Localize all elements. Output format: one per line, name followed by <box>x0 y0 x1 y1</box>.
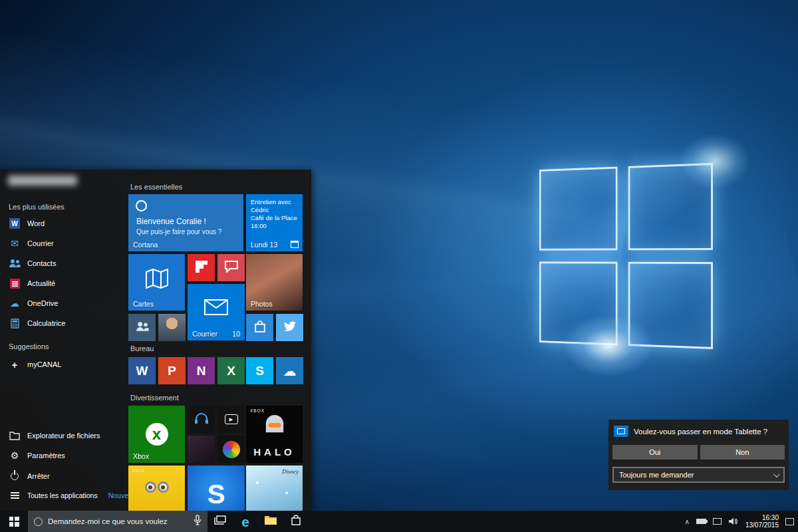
microphone-icon[interactable] <box>194 515 201 528</box>
start-item-settings[interactable]: ⚙ Paramètres <box>0 446 126 466</box>
battery-icon[interactable] <box>696 519 706 524</box>
power-icon <box>9 470 21 482</box>
speech-bubble-icon <box>225 261 238 275</box>
start-list-label: Actualité <box>27 279 55 287</box>
halo-helmet-icon <box>261 414 288 438</box>
tile-cortana[interactable]: Bienvenue Coralie ! Que puis-je faire po… <box>128 194 243 251</box>
map-icon <box>146 269 168 291</box>
tile-groove-music[interactable] <box>188 406 215 433</box>
start-button[interactable] <box>0 511 28 532</box>
tile-contact-photo[interactable] <box>158 314 186 341</box>
windows-hero-logo <box>539 163 713 349</box>
minion-goggles-icon <box>145 481 169 493</box>
tile-excel[interactable]: X <box>217 357 245 384</box>
start-list-item-onedrive[interactable]: ☁ OneDrive <box>0 293 126 313</box>
start-list-item-contacts[interactable]: Contacts <box>0 253 126 273</box>
yes-button[interactable]: Oui <box>612 445 698 460</box>
tile-flipboard[interactable] <box>188 254 215 281</box>
tile-onedrive[interactable]: ☁ <box>276 357 303 384</box>
tile-films-tv[interactable]: ▶ <box>217 406 245 433</box>
tile-skype[interactable]: S <box>246 357 273 384</box>
group-header-entertainment: Divertissement <box>130 394 179 402</box>
calendar-event: Entretien avec Cédric Café de la Place 1… <box>251 198 299 230</box>
tile-mail[interactable]: Courrier 10 <box>188 284 245 340</box>
mail-unread-badge: 10 <box>232 330 240 338</box>
tile-word[interactable]: W <box>128 357 156 384</box>
network-icon[interactable] <box>713 518 722 525</box>
word-icon: W <box>9 217 21 229</box>
start-list-label: Word <box>27 219 45 227</box>
play-glyph: ▶ <box>229 417 233 422</box>
xbox-brand-label: XBOX <box>250 408 265 413</box>
search-placeholder: Demandez-moi ce que vous voulez <box>48 517 188 525</box>
chevron-down-icon <box>773 471 780 477</box>
notification-frequency-dropdown[interactable]: Toujours me demander <box>612 467 785 483</box>
tile-twitter[interactable] <box>276 314 303 341</box>
people-icon <box>136 321 149 334</box>
tile-photos[interactable]: Photos <box>246 254 303 311</box>
start-list-item-calculator[interactable]: Calculatrice <box>0 313 126 333</box>
start-item-label: Explorateur de fichiers <box>27 432 100 440</box>
task-view-button[interactable] <box>207 511 233 532</box>
file-explorer-button[interactable] <box>258 511 283 532</box>
tile-xbox[interactable]: x Xbox <box>128 406 185 463</box>
tile-messaging[interactable] <box>217 254 245 281</box>
tile-video-art[interactable] <box>188 436 215 463</box>
volume-icon[interactable] <box>728 517 739 525</box>
mail-icon: ✉ <box>9 237 21 249</box>
cortana-greeting: Bienvenue Coralie ! <box>136 217 206 226</box>
tile-store[interactable] <box>246 314 273 341</box>
taskbar: Demandez-moi ce que vous voulez e ∧ 16:3… <box>0 511 798 532</box>
start-list-item-mycanal[interactable]: + myCANAL <box>0 354 126 374</box>
word-icon: W <box>136 364 148 378</box>
start-list-item-news[interactable]: Actualité <box>0 273 126 293</box>
start-list-label: OneDrive <box>27 299 58 307</box>
hidden-icons-chevron[interactable]: ∧ <box>685 518 690 525</box>
tile-calendar[interactable]: Entretien avec Cédric Café de la Place 1… <box>246 194 303 251</box>
start-list-label: myCANAL <box>27 360 61 368</box>
play-icon: ▶ <box>225 414 238 424</box>
calendar-line: 16:00 <box>251 222 299 230</box>
tile-color-wheel[interactable] <box>217 436 245 463</box>
tile-shazam[interactable]: S <box>188 466 245 511</box>
tile-label: Cartes <box>133 300 154 308</box>
notification-message: Voulez-vous passer en mode Tablette ? <box>634 428 767 436</box>
headphones-icon <box>195 412 208 427</box>
cortana-icon <box>34 517 43 526</box>
tile-contacts[interactable] <box>128 314 156 341</box>
envelope-icon <box>204 299 228 318</box>
start-list-item-mail[interactable]: ✉ Courrier <box>0 233 126 253</box>
flipboard-flag-icon <box>196 261 207 275</box>
tile-maps[interactable]: Cartes <box>128 254 185 311</box>
start-item-label: Toutes les applications <box>27 491 98 499</box>
tablet-mode-icon <box>614 426 628 437</box>
tile-label: Lundi 13 <box>251 241 277 249</box>
store-button[interactable] <box>283 511 309 532</box>
calendar-line: Café de la Place <box>251 214 299 222</box>
clock-date: 13/07/2015 <box>745 521 779 529</box>
tile-label: Xbox <box>133 452 149 460</box>
tile-label: Cortana <box>133 241 158 249</box>
start-item-all-apps[interactable]: Toutes les applications Nouveau <box>0 485 126 505</box>
all-apps-icon <box>9 489 21 501</box>
skype-icon: S <box>255 364 264 378</box>
tile-halo[interactable]: XBOX HALO <box>246 406 303 463</box>
plus-icon: + <box>9 358 21 370</box>
no-button[interactable]: Non <box>700 445 785 460</box>
start-item-power[interactable]: Arrêter <box>0 466 126 486</box>
start-item-file-explorer[interactable]: Explorateur de fichiers <box>0 426 126 446</box>
user-name-blurred[interactable] <box>8 176 77 186</box>
clock[interactable]: 16:30 13/07/2015 <box>745 514 779 529</box>
start-list-item-word[interactable]: W Word <box>0 213 126 233</box>
gear-icon: ⚙ <box>9 450 21 462</box>
tile-onenote[interactable]: N <box>188 357 215 384</box>
tile-frozen[interactable]: Disney <box>246 466 303 511</box>
tile-powerpoint[interactable]: P <box>158 357 186 384</box>
edge-button[interactable]: e <box>233 511 258 532</box>
taskbar-search[interactable]: Demandez-moi ce que vous voulez <box>28 511 207 532</box>
tile-minions[interactable]: Xbox <box>128 466 185 511</box>
start-item-label: Arrêter <box>27 472 50 480</box>
action-center-icon[interactable] <box>785 518 794 525</box>
tile-label: Photos <box>251 300 273 308</box>
powerpoint-icon: P <box>168 364 176 378</box>
